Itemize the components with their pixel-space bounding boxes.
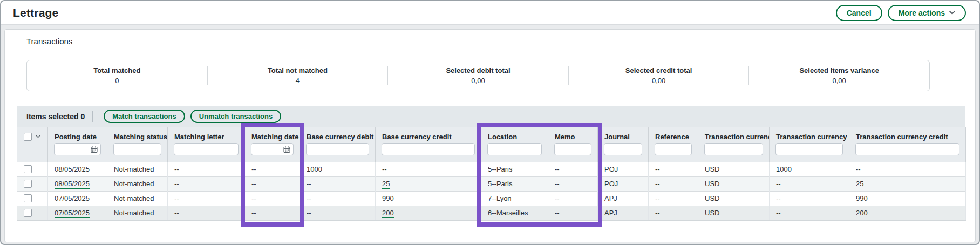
- cell-link-base-currency-credit[interactable]: 990: [382, 194, 394, 203]
- grid-toolbar: Items selected 0 Match transactions Unma…: [17, 106, 965, 127]
- cell-transaction-currency-debit: --: [770, 191, 849, 206]
- header-actions: Cancel More actions: [836, 5, 966, 21]
- filter-input-transaction-currency[interactable]: [704, 143, 763, 155]
- transactions-table: Posting dateMatching statusMatching lett…: [17, 127, 966, 221]
- cell-base-currency-debit: --: [300, 206, 376, 220]
- column-header-reference: Reference: [649, 127, 698, 142]
- chevron-down-icon[interactable]: [36, 135, 40, 138]
- table-row: 08/05/2025Not-matched----1000--5--Paris-…: [17, 162, 966, 176]
- match-transactions-button[interactable]: Match transactions: [104, 110, 185, 123]
- cell-transaction-currency-debit: --: [770, 176, 849, 191]
- cell-location: 5--Paris: [481, 176, 548, 191]
- filter-cell-posting-date: [48, 142, 107, 162]
- cell-base-currency-credit: --: [376, 162, 481, 176]
- filter-input-location[interactable]: [487, 143, 542, 155]
- cell-matching-date: --: [245, 176, 300, 191]
- cell-reference: --: [649, 206, 698, 220]
- unmatch-transactions-button[interactable]: Unmatch transactions: [190, 110, 282, 123]
- cell-memo: --: [548, 206, 598, 220]
- cell-location: 5--Paris: [481, 162, 548, 176]
- summary-total-matched: Total matched 0: [27, 60, 207, 91]
- page-title: Lettrage: [13, 6, 58, 19]
- column-header-posting-date: Posting date: [48, 127, 107, 142]
- filter-cell-matching-date: [245, 142, 300, 162]
- select-all-checkbox[interactable]: [24, 133, 32, 141]
- filter-input-transaction-currency-credit[interactable]: [855, 143, 959, 155]
- select-filter-cell: [17, 142, 48, 162]
- filter-cell-reference: [649, 142, 698, 162]
- filter-input-journal[interactable]: [604, 143, 642, 155]
- cell-reference: --: [649, 176, 698, 191]
- cell-link-base-currency-debit[interactable]: 1000: [307, 165, 322, 174]
- cell-link-posting-date[interactable]: 07/05/2025: [55, 194, 90, 203]
- cell-transaction-currency: USD: [698, 206, 770, 220]
- cell-matching-status: Not-matched: [107, 162, 168, 176]
- filter-input-base-currency-debit[interactable]: [306, 143, 369, 155]
- table-row: 07/05/2025Not-matched------2006--Marseil…: [17, 206, 966, 220]
- cell-link-posting-date[interactable]: 07/05/2025: [55, 209, 90, 218]
- filter-input-memo[interactable]: [554, 143, 591, 155]
- row-checkbox[interactable]: [24, 180, 32, 188]
- column-header-matching-date: Matching date: [245, 127, 300, 142]
- cell-matching-letter: --: [168, 162, 245, 176]
- filter-input-transaction-currency-debit[interactable]: [775, 143, 843, 155]
- cell-link-base-currency-credit[interactable]: 25: [382, 180, 390, 189]
- column-header-matching-letter: Matching letter: [168, 127, 245, 142]
- cell-link-posting-date[interactable]: 08/05/2025: [55, 180, 90, 189]
- cell-matching-status: Not-matched: [107, 191, 168, 206]
- cell-link-base-currency-credit[interactable]: 200: [382, 209, 394, 218]
- cell-matching-date: --: [245, 191, 300, 206]
- filter-input-reference[interactable]: [655, 143, 692, 155]
- cell-base-currency-debit: --: [300, 191, 376, 206]
- summary-selected-debit-total: Selected debit total 0,00: [388, 60, 568, 91]
- app-window: Lettrage Cancel More actions Transaction…: [0, 0, 980, 245]
- cell-transaction-currency-debit: 1000: [770, 162, 849, 176]
- row-checkbox[interactable]: [24, 165, 32, 173]
- summary-bar: Total matched 0 Total not matched 4 Sele…: [26, 60, 930, 91]
- cancel-button[interactable]: Cancel: [836, 5, 882, 21]
- filter-cell-transaction-currency: [698, 142, 770, 162]
- calendar-icon[interactable]: [91, 146, 98, 153]
- cell-matching-date: --: [245, 206, 300, 220]
- summary-selected-items-variance: Selected items variance 0,00: [749, 60, 929, 91]
- column-header-base-currency-debit: Base currency debit: [300, 127, 376, 142]
- table-row: 07/05/2025Not-matched------9907--Lyon--A…: [17, 191, 966, 206]
- filter-input-base-currency-credit[interactable]: [382, 143, 475, 155]
- cell-transaction-currency: USD: [698, 191, 770, 206]
- column-header-journal: Journal: [598, 127, 649, 142]
- cell-memo: --: [548, 191, 598, 206]
- filter-cell-base-currency-credit: [376, 142, 481, 162]
- page-header: Lettrage Cancel More actions: [1, 1, 979, 25]
- filter-cell-location: [481, 142, 548, 162]
- row-select-cell: [17, 176, 48, 191]
- cell-matching-letter: --: [168, 206, 245, 220]
- row-checkbox[interactable]: [24, 194, 32, 202]
- cell-posting-date: 08/05/2025: [48, 176, 107, 191]
- cell-journal: POJ: [598, 162, 649, 176]
- cell-transaction-currency: USD: [698, 162, 770, 176]
- cell-memo: --: [548, 162, 598, 176]
- cell-transaction-currency-credit: --: [849, 162, 966, 176]
- cell-base-currency-credit: 990: [376, 191, 481, 206]
- row-select-cell: [17, 162, 48, 176]
- column-header-memo: Memo: [548, 127, 598, 142]
- cell-posting-date: 07/05/2025: [48, 206, 107, 220]
- filter-input-matching-status[interactable]: [113, 143, 161, 155]
- filter-cell-memo: [548, 142, 598, 162]
- cell-link-posting-date[interactable]: 08/05/2025: [55, 165, 90, 174]
- row-checkbox[interactable]: [24, 209, 32, 217]
- filter-cell-transaction-currency-debit: [770, 142, 849, 162]
- section-divider: [5, 49, 975, 49]
- cell-reference: --: [649, 162, 698, 176]
- column-header-transaction-currency-debit: Transaction currency debit: [770, 127, 849, 142]
- filter-cell-matching-letter: [168, 142, 245, 162]
- more-actions-button[interactable]: More actions: [888, 5, 966, 21]
- row-select-cell: [17, 191, 48, 206]
- cell-base-currency-debit: --: [300, 176, 376, 191]
- select-all-cell: [17, 127, 48, 142]
- filter-input-matching-letter[interactable]: [174, 143, 239, 155]
- column-header-transaction-currency-credit: Transaction currency credit: [849, 127, 966, 142]
- calendar-icon[interactable]: [283, 146, 290, 153]
- cell-base-currency-credit: 25: [376, 176, 481, 191]
- cell-transaction-currency-debit: --: [770, 206, 849, 220]
